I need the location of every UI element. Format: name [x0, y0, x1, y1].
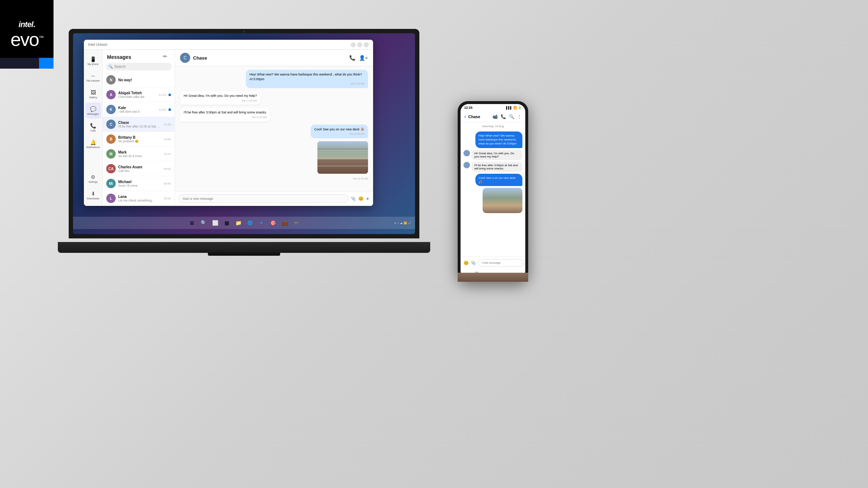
phone-back-button[interactable]: ‹ [464, 113, 466, 120]
attachment-button[interactable]: 📎 [351, 196, 356, 201]
start-button[interactable]: ⊞ [188, 219, 196, 227]
unison-taskbar[interactable]: ✦ [257, 219, 266, 227]
widgets[interactable]: ▦ [222, 219, 231, 227]
phone-deck-image [483, 188, 522, 213]
phone-recv-text: I'll be free after 3:00pm at Sat and wil… [471, 162, 522, 172]
avatar: C [106, 120, 116, 129]
avatar: B [106, 134, 116, 144]
chat-area: C Chase 📞 👤+ Hey! What new? W [175, 50, 373, 206]
phone-recv-avatar [463, 150, 470, 156]
contact-time: 11:02 [159, 108, 166, 111]
contact-preview: I'll be free after 15.00 at Sat and will… [118, 125, 161, 128]
phone-icon: 📱 [90, 56, 96, 62]
message-time: Sat 5:10 AM [249, 82, 364, 86]
contact-item-kate[interactable]: K Kate I still dont see it 11:02 [103, 102, 175, 117]
contact-item-brittany[interactable]: B Brittany B No problem 😊 10:56 [103, 132, 175, 147]
minimize-button[interactable]: — [351, 42, 356, 47]
contact-preview: Call him. [118, 169, 161, 173]
laptop-base [58, 242, 430, 253]
send-button[interactable]: ➤ [366, 196, 369, 201]
sidebar-item-messages[interactable]: 💬 Messages [85, 103, 101, 118]
windows-desktop: Intel Unison — □ ✕ 📱 [73, 33, 415, 234]
messages-icon: 💬 [90, 106, 96, 112]
message-text: Cool! See you on our new deck 🎉 [314, 127, 364, 132]
sidebar-item-calls[interactable]: 📞 Calls [85, 119, 101, 135]
message-input[interactable] [179, 194, 349, 203]
task-view[interactable]: ⬜ [211, 219, 219, 227]
phone-attach-btn[interactable]: 📎 [471, 260, 476, 265]
contact-info: Mark So lets do it tmrw [118, 150, 161, 158]
chat-avatar: C [180, 53, 190, 63]
contact-item-lana[interactable]: L Lana Let me check something... 00:20 [103, 191, 175, 206]
avatar: A [106, 90, 116, 99]
phone: 12:25 ▌▌▌ 📶 🔋 ‹ Chase 📹 📞 🔍 ⋮ Saturday, … [458, 101, 528, 282]
contact-preview: Let me check something... [118, 199, 161, 202]
sidebar-item-gallery[interactable]: 🖼 Gallery [85, 86, 101, 102]
search-taskbar[interactable]: 🔍 [199, 219, 208, 227]
laptop-bezel: Intel Unison — □ ✕ 📱 [69, 29, 419, 238]
avatar: M [106, 149, 116, 159]
phone-status-bar: 12:25 ▌▌▌ 📶 🔋 [461, 104, 525, 111]
downloads-icon: ⬇ [91, 191, 95, 197]
settings-icon: ⚙ [91, 174, 95, 180]
sidebar-item-filetransfer[interactable]: ↔ File transfer [85, 69, 101, 85]
voice-call-button[interactable]: 📞 [349, 55, 355, 61]
message-text: Hey! What new? We wanna have barbeque th… [249, 72, 364, 81]
contact-name: No way! [118, 78, 171, 82]
steam[interactable]: 🎮 [292, 219, 300, 227]
maximize-button[interactable]: □ [357, 42, 362, 47]
intel-stripe [0, 58, 54, 69]
avatar: Mi [106, 179, 116, 188]
image-message-time: Sat 12:25 AM [353, 177, 368, 180]
intel-logo: intel. [18, 20, 35, 29]
phone-call-icon[interactable]: 📞 [501, 114, 506, 119]
calls-icon: 📞 [90, 123, 96, 129]
intel-evo-badge: intel. evo™ [0, 0, 54, 69]
sidebar-item-myphone[interactable]: 📱 My phone [85, 53, 101, 69]
sidebar-item-settings[interactable]: ⚙ Settings [85, 170, 101, 186]
phone-more-icon[interactable]: ⋮ [517, 114, 522, 119]
wifi-icon: 📶 [513, 106, 517, 109]
system-tray: ∧ ○ ☁ 📶 🔊 [394, 221, 411, 225]
contact-item-abigail[interactable]: A Abigail Tetteh Chocolate cake da! 11:2… [103, 87, 175, 102]
explorer[interactable]: 📁 [234, 219, 243, 227]
window-controls: — □ ✕ [351, 42, 369, 47]
contact-time: 09:00 [164, 167, 171, 170]
add-person-button[interactable]: 👤+ [359, 55, 368, 61]
phone-emoji-btn[interactable]: 😊 [463, 260, 469, 265]
sidebar-item-downloads[interactable]: ⬇ Downloads [85, 187, 101, 203]
phone-video-icon[interactable]: 📹 [492, 114, 498, 119]
contact-item-charles[interactable]: CA Charles Asare Call him. 09:00 [103, 161, 175, 176]
contact-item-chase[interactable]: C Chase I'll be free after 15.00 at Sat … [103, 117, 175, 132]
contact-name: Chase [118, 121, 161, 125]
wallet[interactable]: 💼 [280, 219, 289, 227]
message-sent-2: Cool! See you on our new deck 🎉 Sat 12:2… [311, 125, 368, 138]
sidebar-item-notifications[interactable]: 🔔 Notifications [85, 136, 101, 152]
powerpoint[interactable]: 🎯 [269, 219, 277, 227]
contact-time: 00:20 [164, 197, 171, 200]
laptop: Intel Unison — □ ✕ 📱 [69, 29, 430, 246]
emoji-button[interactable]: 😊 [358, 196, 364, 201]
phone-screen: 12:25 ▌▌▌ 📶 🔋 ‹ Chase 📹 📞 🔍 ⋮ Saturday, … [461, 104, 525, 279]
phone-search-icon[interactable]: 🔍 [509, 114, 514, 119]
avatar: CA [106, 164, 116, 173]
message-time: Sat 12:25 AM [314, 132, 364, 136]
search-input[interactable]: Search [114, 65, 126, 69]
contact-info: No way! [118, 78, 171, 82]
close-button[interactable]: ✕ [364, 42, 369, 47]
messages-title: Messages [107, 54, 131, 60]
contact-item-mark[interactable]: M Mark So lets do it tmrw 10:27 [103, 147, 175, 161]
message-received-1: Hi! Great idea, I'm with you. Do you nee… [180, 91, 261, 105]
search-bar[interactable]: 🔍 Search [106, 63, 172, 70]
compose-button[interactable]: ✏ [163, 53, 170, 61]
phone-messages: Hey! What new? We wanna have barbeque th… [461, 130, 525, 256]
phone-message-input[interactable] [478, 259, 524, 267]
contact-item-michael[interactable]: Mi Michael Sure! I'll come 08:55 [103, 176, 175, 191]
phone-time: 12:25 [464, 106, 473, 109]
phone-status-icons: ▌▌▌ 📶 🔋 [506, 106, 522, 109]
contact-preview: I still dont see it [118, 110, 156, 113]
contact-item-noway[interactable]: N No way! [103, 73, 175, 87]
contact-time: 08:55 [164, 182, 171, 185]
phone-message-received-2: I'll be free after 3:00pm at Sat and wil… [463, 162, 522, 172]
edge-browser[interactable]: 🌐 [245, 219, 254, 227]
